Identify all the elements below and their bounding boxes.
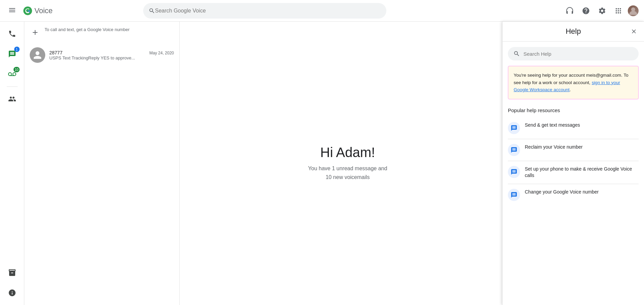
help-scrollable[interactable]: You're seeing help for your account meis… (503, 66, 644, 305)
help-resource-4-icon (508, 189, 520, 201)
help-account-notice: You're seeing help for your account meis… (508, 66, 639, 99)
sidebar-item-messages[interactable]: 1 (3, 45, 22, 63)
sidebar-item-contacts[interactable] (3, 90, 22, 108)
messages-list: To call and text, get a Google Voice num… (24, 22, 180, 305)
topbar-right (563, 4, 639, 18)
help-title: Help (566, 27, 581, 36)
welcome-subtitle: You have 1 unread message and 10 new voi… (308, 164, 387, 181)
sidebar-divider (7, 86, 18, 87)
no-number-text: To call and text, get a Google Voice num… (45, 27, 130, 32)
message-top: 28777 May 24, 2020 (49, 50, 174, 55)
message-sender: 28777 (49, 50, 62, 55)
headset-button[interactable] (563, 4, 576, 18)
messages-badge: 1 (14, 47, 20, 52)
help-resource-1-text: Send & get text messages (525, 122, 580, 129)
search-icon (149, 7, 155, 14)
message-date: May 24, 2020 (149, 51, 174, 55)
help-resource-3-icon (508, 166, 520, 178)
message-content: 28777 May 24, 2020 USPS Text TrackingRep… (49, 50, 174, 60)
help-notice-after: . (570, 87, 571, 92)
search-bar[interactable] (143, 3, 386, 19)
no-number-prompt: To call and text, get a Google Voice num… (24, 22, 179, 43)
sidebar-item-info[interactable] (3, 283, 22, 302)
sidebar: 1 10 (0, 22, 24, 305)
help-resource-3[interactable]: Set up your phone to make & receive Goog… (503, 161, 644, 184)
help-panel: Help You're seeing help for your account… (502, 22, 644, 305)
help-section-title: Popular help resources (503, 105, 644, 117)
help-search-input[interactable] (523, 51, 633, 57)
settings-button[interactable] (595, 4, 609, 18)
avatar[interactable] (628, 5, 639, 16)
help-resource-3-text: Set up your phone to make & receive Goog… (525, 166, 639, 179)
help-resource-1-icon (508, 122, 520, 134)
help-search-bar[interactable] (508, 47, 639, 60)
help-resource-2[interactable]: Reclaim your Voice number (503, 139, 644, 161)
subtitle-line2: 10 new voicemails (326, 174, 370, 180)
menu-icon[interactable] (5, 3, 19, 18)
help-close-button[interactable] (628, 25, 640, 37)
voicemail-badge: 10 (14, 67, 19, 72)
sidebar-item-calls[interactable] (3, 24, 22, 43)
sidebar-item-voicemail[interactable]: 10 (3, 65, 22, 84)
app-name-label: Voice (34, 6, 53, 15)
message-avatar (30, 47, 45, 63)
subtitle-line1: You have 1 unread message and (308, 166, 387, 171)
help-header: Help (503, 22, 644, 42)
message-item[interactable]: 28777 May 24, 2020 USPS Text TrackingRep… (24, 43, 179, 67)
sidebar-item-archive[interactable] (3, 263, 22, 282)
apps-button[interactable] (612, 4, 625, 18)
help-resource-2-text: Reclaim your Voice number (525, 144, 583, 151)
help-resource-4-text: Change your Google Voice number (525, 189, 599, 196)
help-resource-1[interactable]: Send & get text messages (503, 117, 644, 139)
help-search-icon (513, 50, 520, 57)
help-resource-4[interactable]: Change your Google Voice number (503, 184, 644, 206)
help-button[interactable] (579, 4, 593, 18)
search-input[interactable] (155, 8, 381, 14)
app-logo: Voice (23, 6, 53, 16)
add-number-button[interactable] (30, 27, 41, 38)
content-area: Hi Adam! You have 1 unread message and 1… (180, 22, 516, 305)
message-preview: USPS Text TrackingReply YES to approve..… (49, 55, 144, 60)
help-resource-2-icon (508, 144, 520, 156)
welcome-greeting: Hi Adam! (320, 145, 375, 160)
